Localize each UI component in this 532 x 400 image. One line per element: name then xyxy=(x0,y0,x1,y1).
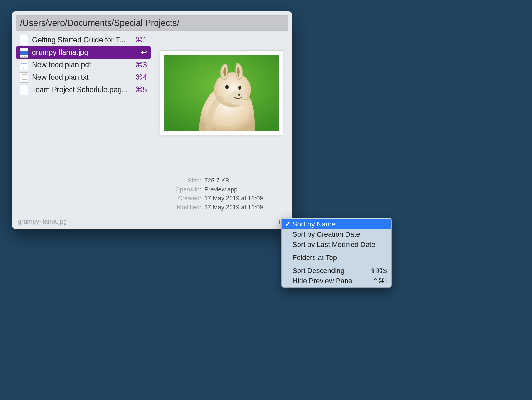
file-row[interactable]: grumpy-llama.jpg ↩ xyxy=(16,46,151,59)
menu-shortcut: ⇧⌘S xyxy=(370,267,387,275)
window-body: Getting Started Guide for T... ⌘1 grumpy… xyxy=(16,31,288,216)
text-cursor xyxy=(180,18,180,28)
meta-label: Modified: xyxy=(160,203,201,212)
document-icon xyxy=(20,85,29,95)
footer-filename: grumpy-llama.jpg xyxy=(18,218,67,225)
menu-label: Sort by Name xyxy=(292,220,387,228)
file-row[interactable]: New food plan.txt ⌘4 xyxy=(16,71,151,84)
menu-label: Hide Preview Panel xyxy=(292,277,371,285)
file-name: Getting Started Guide for T... xyxy=(32,36,131,44)
menu-label: Sort Descending xyxy=(292,267,369,275)
menu-item-sort-by-modified[interactable]: Sort by Last Modified Date xyxy=(282,240,391,250)
menu-separator xyxy=(282,264,391,264)
meta-label: Opens in: xyxy=(160,185,201,194)
file-name: New food plan.txt xyxy=(32,73,131,82)
pdf-icon xyxy=(20,60,29,70)
path-text: /Users/vero/Documents/Special Projects/ xyxy=(20,18,179,28)
file-row[interactable]: Team Project Schedule.pag... ⌘5 xyxy=(16,84,151,96)
svg-point-2 xyxy=(228,91,247,105)
sort-context-menu: ✓ Sort by Name Sort by Creation Date Sor… xyxy=(281,218,392,288)
file-name: Team Project Schedule.pag... xyxy=(32,85,131,94)
menu-item-sort-descending[interactable]: Sort Descending ⇧⌘S xyxy=(282,266,391,276)
meta-value: 17 May 2019 at 11:09 xyxy=(204,194,263,203)
meta-value: 725.7 KB xyxy=(204,176,229,185)
menu-label: Sort by Creation Date xyxy=(292,230,387,239)
meta-row-created: Created: 17 May 2019 at 11:09 xyxy=(160,194,273,203)
menu-item-sort-by-creation[interactable]: Sort by Creation Date xyxy=(282,229,391,240)
meta-label: Created: xyxy=(160,194,201,203)
file-shortcut: ⌘4 xyxy=(134,73,151,82)
meta-row-opens: Opens in: Preview.app xyxy=(160,185,273,194)
svg-point-3 xyxy=(238,94,240,96)
txt-icon xyxy=(20,72,29,83)
menu-item-hide-preview[interactable]: Hide Preview Panel ⇧⌘I xyxy=(282,276,391,286)
preview-thumbnail xyxy=(160,50,283,135)
menu-label: Sort by Last Modified Date xyxy=(292,241,387,249)
file-shortcut: ↩ xyxy=(134,48,151,57)
file-name: grumpy-llama.jpg xyxy=(32,48,131,57)
path-input[interactable]: /Users/vero/Documents/Special Projects/ xyxy=(16,15,288,31)
menu-separator xyxy=(282,251,391,251)
menu-shortcut: ⇧⌘I xyxy=(373,277,387,285)
menu-label: Folders at Top xyxy=(292,254,387,262)
meta-row-modified: Modified: 17 May 2019 at 11:09 xyxy=(160,203,273,212)
file-row[interactable]: New food plan.pdf ⌘3 xyxy=(16,59,151,71)
file-shortcut: ⌘3 xyxy=(134,61,151,69)
file-metadata: Size: 725.7 KB Opens in: Preview.app Cre… xyxy=(160,176,288,212)
meta-label: Size: xyxy=(160,176,201,185)
file-shortcut: ⌘1 xyxy=(134,36,151,44)
meta-row-size: Size: 725.7 KB xyxy=(160,176,273,185)
menu-item-folders-at-top[interactable]: Folders at Top xyxy=(282,253,391,263)
preview-pane: Size: 725.7 KB Opens in: Preview.app Cre… xyxy=(151,33,288,216)
arrow-down-icon: ↓ xyxy=(278,217,281,226)
file-name: New food plan.pdf xyxy=(32,61,131,69)
svg-point-4 xyxy=(225,85,229,89)
menu-item-sort-by-name[interactable]: ✓ Sort by Name xyxy=(282,219,391,229)
file-shortcut: ⌘5 xyxy=(134,85,151,94)
svg-point-5 xyxy=(238,86,241,90)
meta-value: 17 May 2019 at 11:09 xyxy=(204,203,263,212)
check-icon: ✓ xyxy=(285,220,291,228)
llama-image xyxy=(164,55,279,131)
file-row[interactable]: Getting Started Guide for T... ⌘1 xyxy=(16,34,151,46)
footer: grumpy-llama.jpg ↓ A Z xyxy=(16,216,288,229)
file-list: Getting Started Guide for T... ⌘1 grumpy… xyxy=(16,33,151,216)
launcher-window: /Users/vero/Documents/Special Projects/ … xyxy=(12,11,292,229)
meta-value: Preview.app xyxy=(204,185,238,194)
jpeg-icon xyxy=(20,47,29,58)
document-icon xyxy=(20,35,29,46)
